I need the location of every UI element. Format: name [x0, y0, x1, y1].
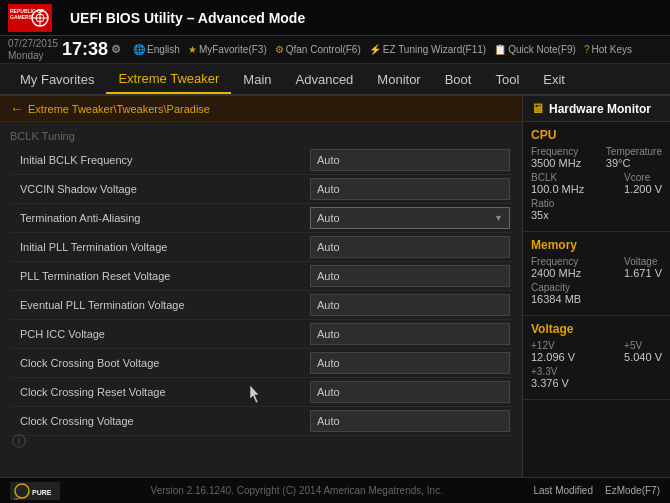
footer-version: Version 2.16.1240. Copyright (C) 2014 Am…	[60, 485, 534, 496]
memory-section-title: Memory	[531, 238, 662, 252]
hotkeys-link[interactable]: ? Hot Keys	[584, 44, 632, 55]
setting-label-7: Clock Crossing Boot Voltage	[10, 357, 310, 369]
capacity-value: 16384 MB	[531, 293, 662, 305]
back-arrow-icon[interactable]: ←	[10, 101, 23, 116]
nav-tool[interactable]: Tool	[483, 64, 531, 94]
hw-monitor-title: Hardware Monitor	[549, 102, 651, 116]
setting-label-3: Initial PLL Termination Voltage	[10, 241, 310, 253]
setting-value-9[interactable]: Auto	[310, 410, 510, 432]
left-panel: ← Extreme Tweaker\Tweakers\Paradise BCLK…	[0, 96, 522, 477]
topbar-links: 🌐 English ★ MyFavorite(F3) ⚙ Qfan Contro…	[133, 44, 662, 55]
mem-voltage-value: 1.671 V	[624, 267, 662, 279]
qfan-link[interactable]: ⚙ Qfan Control(F6)	[275, 44, 361, 55]
voltage-section-title: Voltage	[531, 322, 662, 336]
setting-label-6: PCH ICC Voltage	[10, 328, 310, 340]
setting-label-2: Termination Anti-Aliasing	[10, 212, 310, 224]
setting-label-9: Clock Crossing Voltage	[10, 415, 310, 427]
svg-text:PC: PC	[14, 497, 21, 500]
svg-text:GAMERS: GAMERS	[10, 14, 33, 20]
myfavorite-link[interactable]: ★ MyFavorite(F3)	[188, 44, 267, 55]
rog-logo-icon: REPUBLIC OF GAMERS	[8, 4, 52, 32]
main-navigation: My Favorites Extreme Tweaker Main Advanc…	[0, 64, 670, 96]
nav-monitor[interactable]: Monitor	[365, 64, 432, 94]
globe-icon: 🌐	[133, 44, 145, 55]
table-row: Initial PLL Termination Voltage Auto	[10, 233, 512, 262]
setting-value-7[interactable]: Auto	[310, 352, 510, 374]
v5-value: 5.040 V	[624, 351, 662, 363]
settings-gear-icon[interactable]: ⚙	[111, 43, 121, 56]
hardware-monitor-panel: 🖥 Hardware Monitor CPU Frequency 3500 MH…	[522, 96, 670, 477]
ez-mode-button[interactable]: EzMode(F7)	[605, 485, 660, 496]
bios-title: UEFI BIOS Utility – Advanced Mode	[70, 10, 305, 26]
info-icon[interactable]: ⓘ	[12, 433, 26, 451]
bclk-value: 100.0 MHz	[531, 183, 584, 195]
cpu-temp-label: Temperature	[606, 146, 662, 157]
footer: PURE PC Version 2.16.1240. Copyright (C)…	[0, 477, 670, 503]
table-row: PCH ICC Voltage Auto	[10, 320, 512, 349]
ratio-label: Ratio	[531, 198, 662, 209]
fan-icon: ⚙	[275, 44, 284, 55]
setting-value-4[interactable]: Auto	[310, 265, 510, 287]
table-row: Clock Crossing Boot Voltage Auto	[10, 349, 512, 378]
table-row: PLL Termination Reset Voltage Auto	[10, 262, 512, 291]
monitor-icon: 🖥	[531, 101, 544, 116]
setting-label-5: Eventual PLL Termination Voltage	[10, 299, 310, 311]
note-icon: 📋	[494, 44, 506, 55]
star-icon: ★	[188, 44, 197, 55]
table-row: Clock Crossing Voltage Auto	[10, 407, 512, 436]
voltage-section: Voltage +12V 12.096 V +5V 5.040 V +3.3V …	[523, 316, 670, 400]
setting-value-1[interactable]: Auto	[310, 178, 510, 200]
bios-header: REPUBLIC OF GAMERS UEFI BIOS Utility – A…	[0, 0, 670, 36]
setting-value-6[interactable]: Auto	[310, 323, 510, 345]
v33-label: +3.3V	[531, 366, 662, 377]
setting-value-5[interactable]: Auto	[310, 294, 510, 316]
question-icon: ?	[584, 44, 590, 55]
nav-exit[interactable]: Exit	[531, 64, 577, 94]
vcore-value: 1.200 V	[624, 183, 662, 195]
table-row: Termination Anti-Aliasing Auto ▼	[10, 204, 512, 233]
nav-main[interactable]: Main	[231, 64, 283, 94]
mem-freq-label: Frequency	[531, 256, 581, 267]
footer-logo: PURE PC	[10, 482, 60, 500]
cpu-section-title: CPU	[531, 128, 662, 142]
setting-value-3[interactable]: Auto	[310, 236, 510, 258]
dropdown-arrow-icon: ▼	[494, 213, 503, 223]
voltage-12v-5v-row: +12V 12.096 V +5V 5.040 V	[531, 340, 662, 363]
lightning-icon: ⚡	[369, 44, 381, 55]
nav-extreme-tweaker[interactable]: Extreme Tweaker	[106, 64, 231, 94]
memory-section: Memory Frequency 2400 MHz Voltage 1.671 …	[523, 232, 670, 316]
purepc-logo-icon: PURE PC	[10, 482, 60, 500]
quicknote-link[interactable]: 📋 Quick Note(F9)	[494, 44, 576, 55]
last-modified-button[interactable]: Last Modified	[534, 485, 593, 496]
breadcrumb: ← Extreme Tweaker\Tweakers\Paradise	[0, 96, 522, 122]
mem-voltage-label: Voltage	[624, 256, 662, 267]
table-row: VCCIN Shadow Voltage Auto	[10, 175, 512, 204]
setting-value-2[interactable]: Auto ▼	[310, 207, 510, 229]
footer-buttons: Last Modified EzMode(F7)	[534, 485, 661, 496]
cpu-freq-temp-row: Frequency 3500 MHz Temperature 39°C	[531, 146, 662, 169]
rog-logo-area: REPUBLIC OF GAMERS	[8, 4, 58, 32]
table-row: Eventual PLL Termination Voltage Auto	[10, 291, 512, 320]
eztuning-link[interactable]: ⚡ EZ Tuning Wizard(F11)	[369, 44, 486, 55]
content-area: ← Extreme Tweaker\Tweakers\Paradise BCLK…	[0, 96, 670, 477]
nav-my-favorites[interactable]: My Favorites	[8, 64, 106, 94]
setting-label-0: Initial BCLK Frequency	[10, 154, 310, 166]
nav-boot[interactable]: Boot	[433, 64, 484, 94]
language-link[interactable]: 🌐 English	[133, 44, 180, 55]
table-row: Clock Crossing Reset Voltage Auto	[10, 378, 512, 407]
cpu-bclk-vcore-row: BCLK 100.0 MHz Vcore 1.200 V	[531, 172, 662, 195]
cpu-ratio-item: Ratio 35x	[531, 198, 662, 221]
nav-advanced[interactable]: Advanced	[284, 64, 366, 94]
cpu-freq-value: 3500 MHz	[531, 157, 581, 169]
setting-value-0[interactable]: Auto	[310, 149, 510, 171]
mem-freq-voltage-row: Frequency 2400 MHz Voltage 1.671 V	[531, 256, 662, 279]
table-row: Initial BCLK Frequency Auto	[10, 146, 512, 175]
hw-monitor-header: 🖥 Hardware Monitor	[523, 96, 670, 122]
cpu-section: CPU Frequency 3500 MHz Temperature 39°C …	[523, 122, 670, 232]
cpu-freq-label: Frequency	[531, 146, 581, 157]
svg-text:PURE: PURE	[32, 489, 52, 496]
v33-value: 3.376 V	[531, 377, 662, 389]
ratio-value: 35x	[531, 209, 662, 221]
bclk-label: BCLK	[531, 172, 584, 183]
setting-value-8[interactable]: Auto	[310, 381, 510, 403]
